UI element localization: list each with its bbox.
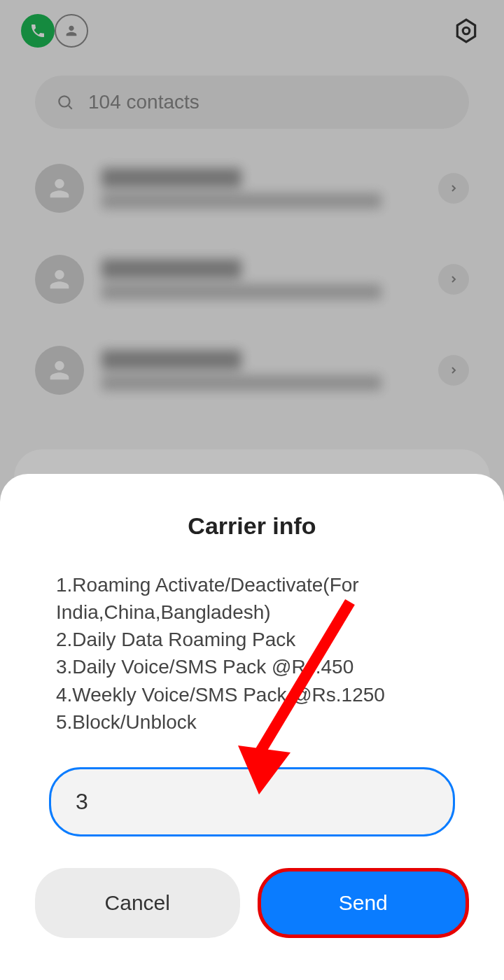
dialog-button-row: Cancel Send: [35, 868, 469, 938]
dialog-title: Carrier info: [35, 512, 469, 540]
dialog-option-line: 2.Daily Data Roaming Pack: [56, 626, 448, 653]
dialog-option-line: 5.Block/Unblock: [56, 708, 448, 736]
dialog-option-line: 4.Weekly Voice/SMS Pack @Rs.1250: [56, 681, 448, 708]
carrier-info-dialog: Carrier info 1.Roaming Activate/Deactiva…: [0, 474, 504, 980]
ussd-input[interactable]: [49, 767, 455, 836]
cancel-button[interactable]: Cancel: [35, 868, 240, 938]
dialog-option-line: 3.Daily Voice/SMS Pack @Rs.450: [56, 653, 448, 680]
dialog-options-text: 1.Roaming Activate/Deactivate(For India,…: [35, 571, 469, 736]
send-button[interactable]: Send: [258, 868, 470, 938]
dialog-option-line: 1.Roaming Activate/Deactivate(For India,…: [56, 571, 448, 626]
